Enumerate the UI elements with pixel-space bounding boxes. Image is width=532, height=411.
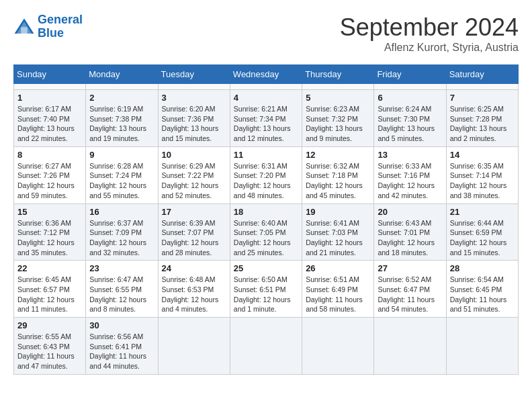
day-info: Sunrise: 6:54 AM Sunset: 6:45 PM Dayligh… — [450, 275, 515, 314]
day-number: 3 — [162, 93, 226, 103]
calendar-week-row: 1Sunrise: 6:17 AM Sunset: 7:40 PM Daylig… — [14, 90, 519, 147]
calendar-cell: 1Sunrise: 6:17 AM Sunset: 7:40 PM Daylig… — [14, 90, 86, 147]
calendar-cell — [230, 318, 302, 375]
day-number: 25 — [234, 263, 298, 273]
day-number: 30 — [89, 320, 154, 330]
calendar-cell: 4Sunrise: 6:21 AM Sunset: 7:34 PM Daylig… — [230, 90, 302, 147]
logo-text: General Blue — [38, 13, 83, 40]
day-of-week-header: Wednesday — [230, 65, 302, 84]
calendar-cell: 10Sunrise: 6:29 AM Sunset: 7:22 PM Dayli… — [158, 146, 230, 203]
calendar-cell: 19Sunrise: 6:41 AM Sunset: 7:03 PM Dayli… — [302, 203, 374, 261]
calendar-cell — [374, 84, 446, 90]
day-info: Sunrise: 6:21 AM Sunset: 7:34 PM Dayligh… — [234, 104, 298, 144]
calendar-cell — [302, 84, 374, 90]
calendar-cell — [374, 318, 446, 375]
day-number: 6 — [378, 93, 442, 103]
calendar-cell: 11Sunrise: 6:31 AM Sunset: 7:20 PM Dayli… — [230, 146, 302, 203]
calendar-table: SundayMondayTuesdayWednesdayThursdayFrid… — [13, 64, 519, 375]
day-info: Sunrise: 6:23 AM Sunset: 7:32 PM Dayligh… — [306, 104, 370, 144]
day-number: 16 — [89, 207, 154, 217]
day-number: 13 — [378, 150, 442, 160]
calendar-week-row: 15Sunrise: 6:36 AM Sunset: 7:12 PM Dayli… — [14, 203, 519, 261]
day-number: 21 — [450, 207, 515, 217]
day-number: 2 — [89, 93, 154, 103]
svg-rect-2 — [21, 27, 28, 34]
calendar-cell — [446, 84, 518, 90]
calendar-cell: 22Sunrise: 6:45 AM Sunset: 6:57 PM Dayli… — [14, 261, 86, 318]
calendar-cell: 18Sunrise: 6:40 AM Sunset: 7:05 PM Dayli… — [230, 203, 302, 261]
day-info: Sunrise: 6:33 AM Sunset: 7:16 PM Dayligh… — [378, 161, 442, 201]
day-number: 7 — [450, 93, 515, 103]
day-of-week-header: Monday — [86, 65, 158, 84]
day-info: Sunrise: 6:39 AM Sunset: 7:07 PM Dayligh… — [162, 218, 226, 258]
calendar-cell: 14Sunrise: 6:35 AM Sunset: 7:14 PM Dayli… — [446, 146, 518, 203]
day-of-week-header: Thursday — [302, 65, 374, 84]
calendar-cell — [302, 318, 374, 375]
calendar-title: September 2024 — [340, 13, 519, 42]
day-info: Sunrise: 6:36 AM Sunset: 7:12 PM Dayligh… — [17, 218, 82, 258]
day-info: Sunrise: 6:43 AM Sunset: 7:01 PM Dayligh… — [378, 218, 442, 258]
day-info: Sunrise: 6:55 AM Sunset: 6:43 PM Dayligh… — [17, 332, 82, 371]
calendar-cell: 6Sunrise: 6:24 AM Sunset: 7:30 PM Daylig… — [374, 90, 446, 147]
day-info: Sunrise: 6:45 AM Sunset: 6:57 PM Dayligh… — [17, 275, 82, 314]
calendar-subtitle: Aflenz Kurort, Styria, Austria — [340, 42, 519, 54]
calendar-cell — [230, 84, 302, 90]
day-info: Sunrise: 6:32 AM Sunset: 7:18 PM Dayligh… — [306, 161, 370, 201]
day-number: 9 — [89, 150, 154, 160]
day-number: 8 — [17, 150, 82, 160]
day-info: Sunrise: 6:41 AM Sunset: 7:03 PM Dayligh… — [306, 218, 370, 258]
day-info: Sunrise: 6:25 AM Sunset: 7:28 PM Dayligh… — [450, 104, 515, 144]
day-info: Sunrise: 6:44 AM Sunset: 6:59 PM Dayligh… — [450, 218, 515, 258]
calendar-cell: 28Sunrise: 6:54 AM Sunset: 6:45 PM Dayli… — [446, 261, 518, 318]
calendar-cell — [86, 84, 158, 90]
day-number: 17 — [162, 207, 226, 217]
calendar-cell: 21Sunrise: 6:44 AM Sunset: 6:59 PM Dayli… — [446, 203, 518, 261]
day-info: Sunrise: 6:50 AM Sunset: 6:51 PM Dayligh… — [234, 275, 298, 314]
calendar-cell: 13Sunrise: 6:33 AM Sunset: 7:16 PM Dayli… — [374, 146, 446, 203]
day-info: Sunrise: 6:19 AM Sunset: 7:38 PM Dayligh… — [89, 104, 154, 144]
calendar-cell: 12Sunrise: 6:32 AM Sunset: 7:18 PM Dayli… — [302, 146, 374, 203]
logo: General Blue — [13, 13, 83, 40]
day-info: Sunrise: 6:56 AM Sunset: 6:41 PM Dayligh… — [89, 332, 154, 371]
day-of-week-header: Sunday — [14, 65, 86, 84]
day-number: 10 — [162, 150, 226, 160]
calendar-week-row: 29Sunrise: 6:55 AM Sunset: 6:43 PM Dayli… — [14, 318, 519, 375]
day-info: Sunrise: 6:27 AM Sunset: 7:26 PM Dayligh… — [17, 161, 82, 201]
calendar-cell: 23Sunrise: 6:47 AM Sunset: 6:55 PM Dayli… — [86, 261, 158, 318]
day-number: 12 — [306, 150, 370, 160]
calendar-cell: 7Sunrise: 6:25 AM Sunset: 7:28 PM Daylig… — [446, 90, 518, 147]
calendar-cell: 3Sunrise: 6:20 AM Sunset: 7:36 PM Daylig… — [158, 90, 230, 147]
day-number: 28 — [450, 263, 515, 273]
day-info: Sunrise: 6:37 AM Sunset: 7:09 PM Dayligh… — [89, 218, 154, 258]
day-info: Sunrise: 6:31 AM Sunset: 7:20 PM Dayligh… — [234, 161, 298, 201]
day-of-week-header: Friday — [374, 65, 446, 84]
day-info: Sunrise: 6:47 AM Sunset: 6:55 PM Dayligh… — [89, 275, 154, 314]
day-number: 5 — [306, 93, 370, 103]
day-number: 23 — [89, 263, 154, 273]
calendar-week-row: 22Sunrise: 6:45 AM Sunset: 6:57 PM Dayli… — [14, 261, 519, 318]
calendar-cell: 15Sunrise: 6:36 AM Sunset: 7:12 PM Dayli… — [14, 203, 86, 261]
day-number: 22 — [17, 263, 82, 273]
calendar-cell: 5Sunrise: 6:23 AM Sunset: 7:32 PM Daylig… — [302, 90, 374, 147]
day-number: 14 — [450, 150, 515, 160]
day-number: 24 — [162, 263, 226, 273]
calendar-cell: 25Sunrise: 6:50 AM Sunset: 6:51 PM Dayli… — [230, 261, 302, 318]
calendar-week-row — [14, 84, 519, 90]
logo-icon — [13, 17, 35, 36]
calendar-cell — [158, 84, 230, 90]
calendar-cell: 24Sunrise: 6:48 AM Sunset: 6:53 PM Dayli… — [158, 261, 230, 318]
calendar-cell: 2Sunrise: 6:19 AM Sunset: 7:38 PM Daylig… — [86, 90, 158, 147]
calendar-cell — [14, 84, 86, 90]
day-info: Sunrise: 6:51 AM Sunset: 6:49 PM Dayligh… — [306, 275, 370, 314]
calendar-cell: 9Sunrise: 6:28 AM Sunset: 7:24 PM Daylig… — [86, 146, 158, 203]
day-number: 4 — [234, 93, 298, 103]
day-info: Sunrise: 6:40 AM Sunset: 7:05 PM Dayligh… — [234, 218, 298, 258]
day-number: 27 — [378, 263, 442, 273]
day-of-week-header: Saturday — [446, 65, 518, 84]
day-info: Sunrise: 6:24 AM Sunset: 7:30 PM Dayligh… — [378, 104, 442, 144]
calendar-cell — [158, 318, 230, 375]
calendar-cell: 26Sunrise: 6:51 AM Sunset: 6:49 PM Dayli… — [302, 261, 374, 318]
calendar-cell: 20Sunrise: 6:43 AM Sunset: 7:01 PM Dayli… — [374, 203, 446, 261]
calendar-cell: 16Sunrise: 6:37 AM Sunset: 7:09 PM Dayli… — [86, 203, 158, 261]
day-info: Sunrise: 6:35 AM Sunset: 7:14 PM Dayligh… — [450, 161, 515, 201]
